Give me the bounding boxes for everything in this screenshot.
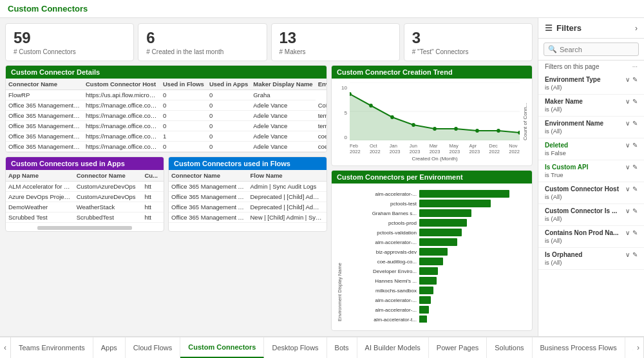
table-cell: Adele Vance xyxy=(251,131,315,142)
nav-tab-teams-env[interactable]: Teams Environments xyxy=(11,337,93,358)
title-bar: Custom Connectors xyxy=(0,0,644,18)
table-cell: 0 xyxy=(207,90,251,100)
nav-tab-solutions[interactable]: Solutions xyxy=(487,337,532,358)
table-row: FlowRPhttps://us.api.flow.microsoft.c om… xyxy=(6,90,327,100)
nav-right-arrow[interactable]: › xyxy=(633,337,644,358)
per-environment-header: Custom Connectors per Environment xyxy=(332,171,532,184)
table-cell: CustomAzureDevOps xyxy=(74,192,142,202)
list-item: alm-accelerator-... xyxy=(345,306,528,314)
bar-y-axis-title: Environment Display Name xyxy=(336,187,344,323)
filter-chevron-icon[interactable]: ∨ xyxy=(625,76,630,83)
table-cell: DemoWeather xyxy=(6,202,74,212)
apps-scrollbar[interactable] xyxy=(37,226,132,230)
apps-table-scroll[interactable]: App Name Connector Name Cu... ALM Accele… xyxy=(6,170,164,225)
table-cell: Office 365 Management API New xyxy=(169,212,248,223)
filter-chevron-icon[interactable]: ∨ xyxy=(625,164,630,171)
list-item: milkochs-sandbox xyxy=(345,287,528,294)
table-cell: htt xyxy=(142,202,164,212)
filter-edit-icon[interactable]: ✎ xyxy=(632,120,638,127)
stats-row: 59 # Custom Connectors 6 # Created in th… xyxy=(5,23,533,61)
filter-edit-icon[interactable]: ✎ xyxy=(632,76,638,83)
table-cell: Scrubbed Test xyxy=(6,212,74,223)
stat-card-1: 6 # Created in the last month xyxy=(138,23,267,61)
table-cell: https://us.api.flow.microsoft.c om/ xyxy=(83,90,160,100)
filter-value: is False xyxy=(545,149,638,156)
stat-number-3: 3 xyxy=(412,29,524,47)
filter-item-header: Custom Connector Is ... ∨ ✎ xyxy=(545,207,638,214)
svg-point-11 xyxy=(497,129,500,133)
bar xyxy=(419,209,471,217)
table-cell: CAT Planner Sample App xyxy=(6,223,74,225)
nav-tab-custom-connectors[interactable]: Custom Connectors xyxy=(180,337,264,358)
filter-name: Environment Type xyxy=(545,76,601,83)
filter-edit-icon[interactable]: ✎ xyxy=(632,98,638,105)
nav-left-arrow[interactable]: ‹ xyxy=(0,337,11,358)
flows-header: Custom Connectors used in Flows xyxy=(169,157,327,170)
connector-details-scroll[interactable]: Connector Name Custom Connector Host Use… xyxy=(6,79,327,152)
table-cell: Office 365 Management API xyxy=(169,192,248,202)
x-tick-4: Mar2023 xyxy=(430,143,440,155)
filter-chevron-icon[interactable]: ∨ xyxy=(625,185,630,193)
list-item: alm-accelerator-... xyxy=(345,190,528,198)
svg-point-7 xyxy=(412,123,415,127)
filter-name: Custom Connector Is ... xyxy=(545,207,617,214)
bar xyxy=(419,248,448,256)
nav-tab-power-pages[interactable]: Power Pages xyxy=(429,337,487,358)
filter-item-header: Is Orphaned ∨ ✎ xyxy=(545,251,638,258)
filters-options-icon[interactable]: ··· xyxy=(632,63,638,70)
filter-edit-icon[interactable]: ✎ xyxy=(632,185,638,193)
filters-expand-button[interactable]: › xyxy=(635,24,638,33)
filter-edit-icon[interactable]: ✎ xyxy=(632,142,638,149)
filter-edit-icon[interactable]: ✎ xyxy=(632,229,638,236)
filter-item-header: Custom Connector Host ∨ ✎ xyxy=(545,185,638,193)
table-cell: WeatherStack xyxy=(74,202,142,212)
filter-chevron-icon[interactable]: ∨ xyxy=(625,229,630,236)
table-row: Office 365 Management APIDeprecated | [C… xyxy=(169,192,327,202)
filter-controls: ∨ ✎ xyxy=(625,98,638,105)
filter-chevron-icon[interactable]: ∨ xyxy=(625,207,630,214)
filter-chevron-icon[interactable]: ∨ xyxy=(625,251,630,258)
apps-table: App Name Connector Name Cu... ALM Accele… xyxy=(6,170,164,225)
filter-controls: ∨ ✎ xyxy=(625,142,638,149)
table-cell: 0 xyxy=(207,131,251,142)
nav-tab-desktop-flows[interactable]: Desktop Flows xyxy=(264,337,327,358)
search-input[interactable] xyxy=(560,46,634,53)
filter-edit-icon[interactable]: ✎ xyxy=(632,251,638,258)
table-cell: CoE (E xyxy=(316,100,327,111)
filter-edit-icon[interactable]: ✎ xyxy=(632,164,638,171)
stat-number-0: 59 xyxy=(14,29,126,47)
dashboard: 59 # Custom Connectors 6 # Created in th… xyxy=(0,18,538,336)
filters-scroll[interactable]: Environment Type ∨ ✎ is (All) Maker Name… xyxy=(538,73,644,336)
filter-chevron-icon[interactable]: ∨ xyxy=(625,142,630,149)
filter-chevron-icon[interactable]: ∨ xyxy=(625,98,630,105)
nav-tab-ai-builder[interactable]: AI Builder Models xyxy=(357,337,429,358)
list-item: pctools-test xyxy=(345,200,528,207)
svg-point-9 xyxy=(454,127,458,131)
filter-edit-icon[interactable]: ✎ xyxy=(632,207,638,214)
x-tick-8: Nov2022 xyxy=(509,143,520,155)
svg-point-10 xyxy=(475,129,479,133)
nav-tab-cloud-flows[interactable]: Cloud Flows xyxy=(126,337,181,358)
table-cell: Office 365 Management API xyxy=(6,111,83,121)
svg-point-8 xyxy=(433,127,437,131)
filter-item-header: Contains Non Prod Na... ∨ ✎ xyxy=(545,229,638,236)
filter-chevron-icon[interactable]: ∨ xyxy=(625,120,630,127)
y-axis-title: Count of Conn... xyxy=(522,82,528,140)
table-cell: 0 xyxy=(207,142,251,152)
filter-item-header: Environment Type ∨ ✎ xyxy=(545,76,638,83)
nav-tab-bots[interactable]: Bots xyxy=(327,337,357,358)
filter-name: Is Custom API xyxy=(545,164,588,171)
table-cell: temp xyxy=(316,111,327,121)
bar xyxy=(419,316,427,323)
stat-label-3: # "Test" Connectors xyxy=(412,48,524,55)
flows-table-scroll[interactable]: Connector Name Flow Name Office 365 Mana… xyxy=(169,170,327,223)
nav-tab-apps2[interactable]: App... xyxy=(625,337,633,358)
table-cell: Adele Vance xyxy=(251,100,315,111)
filters-search-area: 🔍 xyxy=(538,39,644,61)
x-tick-5: May2023 xyxy=(450,143,460,155)
nav-tab-business-process[interactable]: Business Process Flows xyxy=(533,337,625,358)
table-cell: https://manage.office.com/api /v1.0 xyxy=(83,121,160,131)
nav-tab-apps[interactable]: Apps xyxy=(93,337,126,358)
stat-card-0: 59 # Custom Connectors xyxy=(5,23,134,61)
list-item: alm-accelerator-... xyxy=(345,296,528,304)
